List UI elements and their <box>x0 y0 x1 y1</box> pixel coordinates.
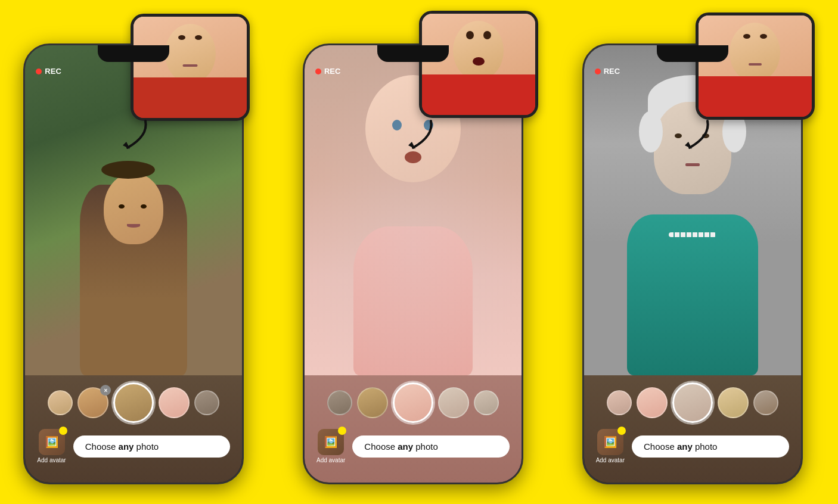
rec-dot-3 <box>595 69 601 74</box>
phone-notch-1 <box>98 45 169 62</box>
phone-bottom-2: 🖼️ Add avatar Choose any photo <box>305 375 522 483</box>
avatar-baby-selected-2[interactable] <box>393 382 433 423</box>
selfie-preview-1 <box>131 14 250 121</box>
avatar-dog-3[interactable] <box>718 387 749 418</box>
choose-photo-text-1: Choose any photo <box>85 441 159 452</box>
avatar-queen-selected-3[interactable] <box>672 382 713 423</box>
phone-section-1: REC <box>11 8 268 496</box>
avatar-strip-1[interactable]: × <box>31 382 236 423</box>
avatar-strip-3[interactable] <box>590 382 795 423</box>
bottom-actions-1: 🖼️ Add avatar Choose any photo <box>31 429 236 463</box>
arrow-icon-1 <box>116 118 151 154</box>
rec-label-3: REC <box>604 67 620 76</box>
avatar-man-1[interactable]: × <box>77 387 108 418</box>
phone-bottom-1: × 🖼️ Add avatar <box>25 375 242 483</box>
rec-dot-2 <box>315 69 321 74</box>
phone-section-2: REC <box>291 8 547 496</box>
rec-label-1: REC <box>45 67 61 76</box>
avatar-mona-2[interactable] <box>357 387 388 418</box>
phone-section-3: REC <box>570 8 827 496</box>
add-avatar-label-3: Add avatar <box>596 457 625 463</box>
avatar-baby-1[interactable] <box>159 387 190 418</box>
add-avatar-label-2: Add avatar <box>316 457 345 463</box>
avatar-partial-right-1[interactable] <box>194 390 219 415</box>
avatar-strip-2[interactable] <box>311 382 516 423</box>
selfie-preview-3 <box>696 13 815 120</box>
phone-notch-3 <box>657 45 728 62</box>
bottom-actions-2: 🖼️ Add avatar Choose any photo <box>311 429 516 463</box>
choose-photo-text-2: Choose any photo <box>364 441 437 452</box>
add-avatar-icon-1[interactable]: 🖼️ <box>39 429 65 455</box>
add-avatar-button-2[interactable]: 🖼️ Add avatar <box>316 429 345 463</box>
avatar-mona-lisa[interactable] <box>113 382 154 423</box>
bottom-actions-3: 🖼️ Add avatar Choose any photo <box>590 429 795 463</box>
rec-label-2: REC <box>324 67 340 76</box>
x-badge-1[interactable]: × <box>100 385 111 396</box>
selfie-preview-2 <box>419 11 538 118</box>
avatar-queen-2[interactable] <box>438 387 469 418</box>
add-avatar-icon-3[interactable]: 🖼️ <box>597 429 623 455</box>
add-avatar-badge-1 <box>59 427 67 435</box>
choose-photo-button-3[interactable]: Choose any photo <box>632 435 789 458</box>
avatar-partial-1[interactable] <box>48 390 73 415</box>
avatar-baby-3[interactable] <box>637 387 668 418</box>
arrow-icon-2 <box>401 118 437 154</box>
add-avatar-badge-2 <box>338 427 346 435</box>
svg-marker-2 <box>685 142 692 149</box>
arrow-icon-3 <box>678 118 713 154</box>
phone-notch-2 <box>377 45 449 62</box>
rec-badge-2: REC <box>315 67 340 76</box>
add-avatar-icon-2[interactable]: 🖼️ <box>318 429 344 455</box>
avatar-partial-left-2[interactable] <box>327 390 352 415</box>
avatar-partial-right-2[interactable] <box>474 390 499 415</box>
phone-bottom-3: 🖼️ Add avatar Choose any photo <box>584 375 801 483</box>
rec-badge-1: REC <box>36 67 61 76</box>
svg-marker-1 <box>408 142 415 149</box>
choose-photo-text-3: Choose any photo <box>644 441 717 452</box>
add-avatar-button-3[interactable]: 🖼️ Add avatar <box>596 429 625 463</box>
add-avatar-label-1: Add avatar <box>37 457 66 463</box>
rec-badge-3: REC <box>595 67 620 76</box>
svg-marker-0 <box>123 142 130 149</box>
avatar-partial-right-3[interactable] <box>753 390 778 415</box>
add-avatar-badge-3 <box>617 427 626 435</box>
avatar-partial-left-3[interactable] <box>607 390 632 415</box>
choose-photo-button-1[interactable]: Choose any photo <box>73 435 231 458</box>
rec-dot-1 <box>36 69 42 74</box>
choose-photo-button-2[interactable]: Choose any photo <box>352 435 510 458</box>
add-avatar-button-1[interactable]: 🖼️ Add avatar <box>37 429 66 463</box>
